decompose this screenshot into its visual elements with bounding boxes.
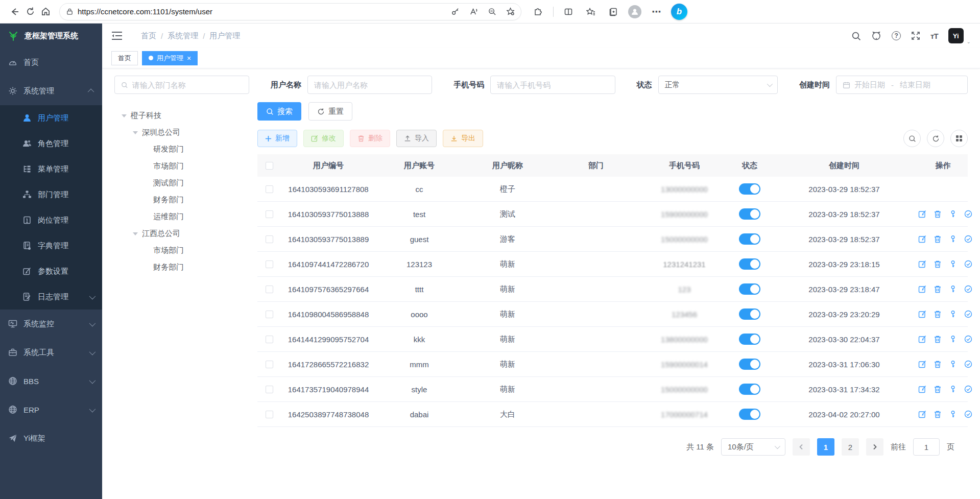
- row-assign-role-icon[interactable]: [964, 285, 972, 293]
- row-assign-role-icon[interactable]: [964, 310, 972, 318]
- add-button[interactable]: 新增: [257, 130, 297, 147]
- sidebar-menu-item[interactable]: Yi框架: [0, 424, 102, 453]
- more-icon[interactable]: ⋯: [649, 4, 664, 19]
- collapse-sidebar-icon[interactable]: [111, 31, 123, 40]
- row-delete-icon[interactable]: [934, 260, 942, 268]
- row-delete-icon[interactable]: [934, 310, 942, 318]
- sidebar-menu-item[interactable]: 岗位管理: [0, 207, 102, 233]
- row-assign-role-icon[interactable]: [964, 235, 972, 243]
- tree-node[interactable]: 财务部门: [114, 259, 257, 276]
- row-edit-icon[interactable]: [918, 360, 926, 368]
- username-input[interactable]: [314, 81, 425, 89]
- row-edit-icon[interactable]: [918, 210, 926, 218]
- tree-arrow-icon[interactable]: [133, 232, 138, 235]
- date-range-picker[interactable]: 开始日期 - 结束日期: [836, 76, 968, 94]
- row-checkbox[interactable]: [266, 210, 273, 218]
- back-icon[interactable]: [7, 4, 22, 19]
- row-delete-icon[interactable]: [934, 385, 942, 393]
- row-checkbox[interactable]: [266, 361, 273, 368]
- row-checkbox[interactable]: [266, 260, 273, 268]
- font-size-icon[interactable]: тT: [930, 32, 938, 40]
- tree-node[interactable]: 财务部门: [114, 192, 257, 208]
- sidebar-menu-item[interactable]: BBS: [0, 367, 102, 395]
- status-toggle[interactable]: [739, 334, 760, 345]
- sidebar-menu-item[interactable]: 字典管理: [0, 233, 102, 258]
- tree-node[interactable]: 研发部门: [114, 141, 257, 158]
- status-toggle[interactable]: [739, 283, 760, 295]
- browser-profile-avatar[interactable]: [628, 5, 641, 18]
- column-settings-icon[interactable]: [950, 130, 968, 147]
- sidebar-menu-item[interactable]: 角色管理: [0, 131, 102, 156]
- tree-node[interactable]: 运维部门: [114, 208, 257, 225]
- tag-view[interactable]: 用户管理 ×: [142, 51, 198, 65]
- prev-page-button[interactable]: [793, 438, 810, 456]
- sidebar-menu-item[interactable]: 系统工具: [0, 338, 102, 367]
- row-reset-password-icon[interactable]: [949, 235, 957, 243]
- tree-arrow-icon[interactable]: [122, 114, 127, 117]
- status-select[interactable]: 正常: [658, 76, 778, 94]
- row-assign-role-icon[interactable]: [964, 335, 972, 343]
- phone-input[interactable]: [497, 81, 608, 89]
- table-search-toggle-icon[interactable]: [903, 130, 921, 147]
- sidebar-menu-item[interactable]: 参数设置: [0, 258, 102, 284]
- next-page-button[interactable]: [866, 438, 883, 456]
- page-number-button[interactable]: 2: [842, 438, 859, 456]
- status-toggle[interactable]: [739, 409, 760, 420]
- home-icon[interactable]: [38, 4, 53, 19]
- sidebar-menu-item[interactable]: 首页: [0, 48, 102, 77]
- sidebar-menu-item[interactable]: ERP: [0, 395, 102, 424]
- password-key-icon[interactable]: [447, 4, 463, 19]
- dept-search-box[interactable]: [114, 76, 249, 94]
- row-delete-icon[interactable]: [934, 410, 942, 418]
- url-text[interactable]: https://ccnetcore.com:1101/system/user: [78, 7, 443, 16]
- row-checkbox[interactable]: [266, 185, 273, 193]
- page-number-button[interactable]: 1: [817, 438, 834, 456]
- breadcrumb-item[interactable]: 用户管理: [209, 31, 240, 41]
- tag-view[interactable]: 首页 ×: [111, 51, 138, 65]
- breadcrumb-item[interactable]: 首页: [141, 31, 156, 41]
- row-assign-role-icon[interactable]: [964, 210, 972, 218]
- split-screen-icon[interactable]: [561, 4, 576, 19]
- help-icon[interactable]: ?: [892, 31, 901, 40]
- sidebar-menu-item[interactable]: 系统管理: [0, 77, 102, 105]
- sidebar-menu-item[interactable]: 用户管理: [0, 105, 102, 131]
- row-checkbox[interactable]: [266, 411, 273, 418]
- date-end-placeholder[interactable]: 结束日期: [900, 80, 930, 90]
- row-assign-role-icon[interactable]: [964, 260, 972, 268]
- row-reset-password-icon[interactable]: [949, 285, 957, 293]
- row-reset-password-icon[interactable]: [949, 310, 957, 318]
- row-delete-icon[interactable]: [934, 210, 942, 218]
- row-assign-role-icon[interactable]: [964, 410, 972, 418]
- page-size-select[interactable]: 10条/页: [721, 438, 785, 456]
- header-search-icon[interactable]: [851, 31, 861, 41]
- goto-page-input[interactable]: [913, 438, 940, 456]
- row-checkbox[interactable]: [266, 286, 273, 293]
- app-logo[interactable]: 意框架管理系统: [0, 23, 102, 48]
- row-assign-role-icon[interactable]: [964, 385, 972, 393]
- row-delete-icon[interactable]: [934, 360, 942, 368]
- tree-node[interactable]: 市场部门: [114, 158, 257, 175]
- date-start-placeholder[interactable]: 开始日期: [854, 80, 885, 90]
- status-toggle[interactable]: [739, 208, 760, 220]
- sidebar-menu-item[interactable]: 部门管理: [0, 182, 102, 207]
- zoom-out-icon[interactable]: [484, 4, 499, 19]
- tree-arrow-icon[interactable]: [133, 131, 138, 134]
- collections-icon[interactable]: [606, 4, 621, 19]
- row-reset-password-icon[interactable]: [949, 360, 957, 368]
- address-bar[interactable]: https://ccnetcore.com:1101/system/user: [59, 3, 521, 20]
- tree-node[interactable]: 江西总公司: [114, 225, 257, 242]
- status-toggle[interactable]: [739, 359, 760, 370]
- row-edit-icon[interactable]: [918, 335, 926, 343]
- row-reset-password-icon[interactable]: [949, 210, 957, 218]
- row-reset-password-icon[interactable]: [949, 410, 957, 418]
- add-favorite-icon[interactable]: [503, 4, 518, 19]
- status-toggle[interactable]: [739, 258, 760, 270]
- row-edit-icon[interactable]: [918, 260, 926, 268]
- tree-node[interactable]: 市场部门: [114, 242, 257, 259]
- tree-node[interactable]: 深圳总公司: [114, 124, 257, 141]
- status-toggle[interactable]: [739, 384, 760, 395]
- row-reset-password-icon[interactable]: [949, 260, 957, 268]
- dept-search-input[interactable]: [132, 81, 243, 89]
- github-icon[interactable]: [871, 31, 881, 41]
- bing-chat-icon[interactable]: b: [671, 4, 687, 20]
